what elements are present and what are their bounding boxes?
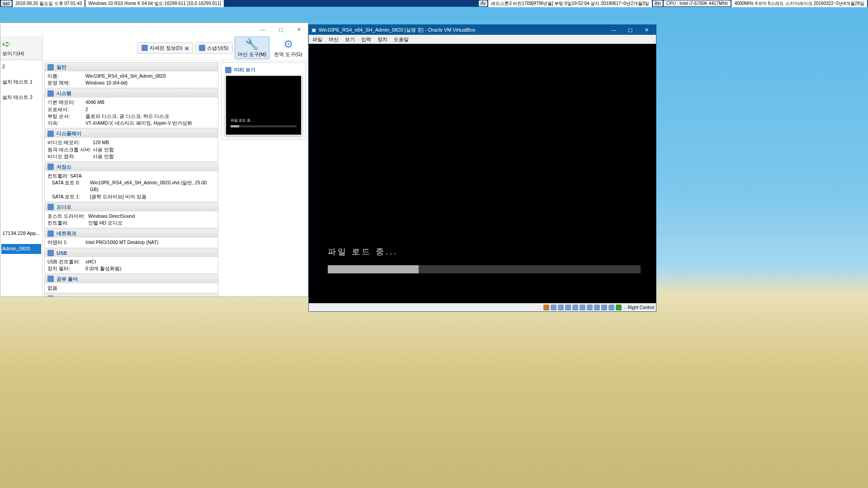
status-recording-icon[interactable]	[594, 305, 600, 310]
minimize-button[interactable]: —	[256, 25, 269, 34]
vm-maximize-button[interactable]: ▢	[623, 27, 637, 33]
storage-icon	[47, 164, 54, 170]
network-icon	[47, 230, 54, 237]
section-usb: USB USB 컨트롤러:xHCI 장치 필터:0 (0개 활성화됨)	[44, 249, 218, 274]
wrench-icon: 🔧	[245, 38, 259, 51]
section-display: 디스플레이 비디오 메모리:128 MB 원격 데스크톱 서버:사용 안함 비디…	[44, 129, 218, 162]
status-display-icon[interactable]	[587, 305, 593, 310]
camera-icon	[199, 45, 205, 51]
sliders-icon: ⚙	[283, 38, 293, 51]
vm-guest-screen[interactable]: 파일 로드 중...	[309, 44, 656, 303]
vm-running-window: ▣ Win10PE_RS4_x64_SH_Admin_0820 [실행 중] -…	[308, 24, 656, 312]
usb-icon	[47, 250, 54, 256]
global-tools-button[interactable]: ⚙전역 도구(G)	[271, 37, 305, 59]
desktop-info-bar: qaz 2018.08.20 월요일 오후 07:01:43 Windows 1…	[0, 0, 868, 7]
close-button[interactable]: ✕	[292, 25, 305, 34]
machine-tools-button[interactable]: 🔧머신 도구(M)	[235, 37, 270, 59]
vm-minimize-button[interactable]: —	[607, 27, 621, 33]
general-icon	[47, 64, 54, 70]
section-network: 네트워크 어댑터 1:Intel PRO/1000 MT Desktop (NA…	[44, 229, 218, 248]
menu-input[interactable]: 입력	[361, 36, 371, 43]
folder-icon	[47, 276, 54, 282]
uptime-box: 레드스톤3 버전1709[RTM년월] 부팅:0일19:52:04 설치:201…	[488, 0, 652, 7]
arrow-icon: ➪	[2, 38, 40, 50]
vbm-titlebar[interactable]: — ▢ ✕	[0, 23, 308, 36]
vm-titlebar[interactable]: ▣ Win10PE_RS4_x64_SH_Admin_0820 [실행 중] -…	[309, 25, 656, 35]
vm-statusbar: ⌄ Right Control	[309, 303, 656, 311]
menu-machine[interactable]: 머신	[329, 36, 339, 43]
status-shared-icon[interactable]	[580, 305, 585, 310]
menu-devices[interactable]: 장치	[377, 36, 387, 43]
vm-close-button[interactable]: ✕	[640, 27, 653, 33]
sidebar-item-selected[interactable]: Admin_0820	[1, 244, 41, 254]
chip-icon	[47, 90, 54, 97]
vbm-toolbar: 자세한 정보(D)▣ 스냅샷(S) 🔧머신 도구(M) ⚙전역 도구(G)	[42, 36, 308, 61]
sidebar-item[interactable]: 설치 테스트 1	[1, 77, 41, 87]
status-hdd-icon[interactable]	[543, 305, 549, 310]
show-menu[interactable]: ➪ 보이기(H)	[0, 36, 42, 60]
status-cpu-icon[interactable]	[601, 305, 607, 310]
sidebar-item[interactable]: 2	[1, 62, 41, 72]
sidebar-item[interactable]: 17134.228 App...	[1, 229, 41, 239]
vm-title-text: Win10PE_RS4_x64_SH_Admin_0820 [실행 중] - O…	[319, 27, 475, 33]
os-box: Windows 10 RS3 Home K 64 bit 빌드:16299.61…	[85, 0, 224, 7]
vm-menubar: 파일 머신 보기 입력 장치 도움말	[309, 35, 656, 44]
preview-panel: 미리 보기 파일 로드 중...	[221, 62, 306, 140]
virtualbox-manager-window: — ▢ ✕ ➪ 보이기(H) 2 설치 테스트 1 설치 테스트 2 17134…	[0, 23, 308, 297]
section-storage: 저장소 컨트롤러: SATA SATA 포트 0:Win10PE_RS4_x64…	[44, 162, 218, 202]
tag-qaz: qaz	[1, 0, 12, 6]
boot-progress-fill	[328, 265, 419, 273]
cpu-detail-box: 4000MHz 4코어 8스레드 스카이레이크 20160322~2년4개월28…	[731, 0, 867, 7]
host-key-label: Right Control	[628, 305, 654, 310]
vm-sidebar: ➪ 보이기(H) 2 설치 테스트 1 설치 테스트 2 17134.228 A…	[0, 36, 42, 296]
section-description: 설명 없음	[44, 294, 218, 296]
section-general: 일반 이름:Win10PE_RS4_x64_SH_Admin_0820 운영 체…	[44, 62, 218, 88]
status-keyboard-icon[interactable]	[616, 305, 622, 310]
menu-file[interactable]: 파일	[312, 36, 322, 43]
clock-box: 2018.08.20 월요일 오후 07:01:43	[13, 0, 85, 7]
status-network-icon[interactable]	[565, 305, 571, 310]
status-optical-icon[interactable]	[551, 305, 557, 310]
preview-thumbnail[interactable]: 파일 로드 중...	[225, 75, 302, 136]
detail-info-button[interactable]: 자세한 정보(D)▣	[137, 42, 193, 54]
tag-ihn: ihn	[653, 0, 662, 6]
audio-icon	[47, 204, 54, 210]
status-audio-icon[interactable]	[558, 305, 564, 310]
menu-view[interactable]: 보기	[345, 36, 355, 43]
boot-loading-text: 파일 로드 중...	[328, 246, 398, 257]
note-icon	[47, 296, 54, 296]
status-mouse-icon[interactable]	[609, 305, 614, 310]
snapshot-button[interactable]: 스냅샷(S)	[195, 42, 233, 54]
maximize-button[interactable]: ▢	[274, 25, 287, 34]
section-audio: 오디오 호스트 드라이버:Windows DirectSound 컨트롤러:인텔…	[44, 202, 218, 228]
section-system: 시스템 기본 메모리:4096 MB 프로세서:2 부팅 순서:플로피 디스크,…	[44, 89, 218, 128]
sidebar-item[interactable]: 설치 테스트 2	[1, 93, 41, 103]
boot-progress-bar	[328, 265, 641, 273]
menu-help[interactable]: 도움말	[394, 36, 409, 43]
info-icon	[142, 45, 148, 51]
vbox-icon: ▣	[311, 27, 316, 33]
status-usb-icon[interactable]	[572, 305, 578, 310]
display-icon	[47, 131, 54, 137]
section-shared-folders: 공유 폴더 없음	[44, 274, 218, 293]
preview-icon	[225, 67, 231, 73]
tag-rfv: rfv	[479, 0, 487, 6]
cpu-box: CPU : Intel i7-6700K 4417MHz	[664, 0, 731, 6]
